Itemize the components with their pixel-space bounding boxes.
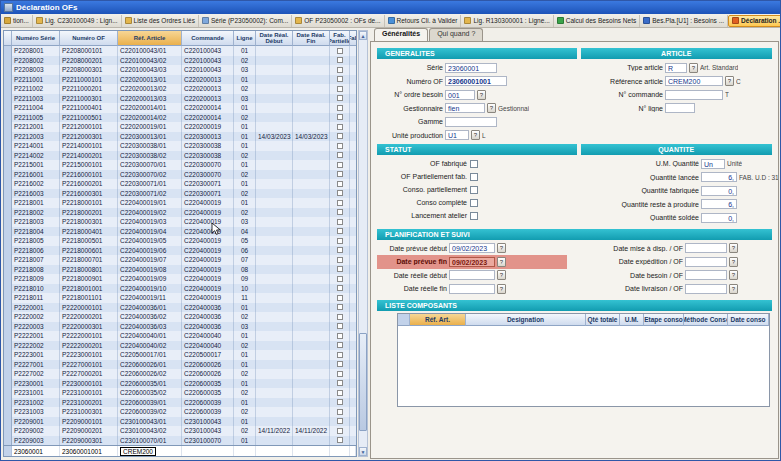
grid-row[interactable]: P2214001P2214000101C220300038/01C2203000…	[4, 141, 356, 151]
grid-row[interactable]: P2218002P2218000201C220400019/02C2204000…	[4, 208, 356, 218]
fab-partielle-checkbox[interactable]	[337, 143, 343, 149]
fab-partielle-checkbox[interactable]	[337, 285, 343, 291]
grid-row[interactable]: P2220001P2220000101C220400036/01C2204000…	[4, 303, 356, 313]
fab-partielle-checkbox[interactable]	[337, 48, 343, 54]
fab-partielle-checkbox[interactable]	[337, 190, 343, 196]
grid-col-header-fab-partielle[interactable]: Fab. Partielle	[330, 31, 350, 46]
grid-row[interactable]: P2211001P2211000101C220200013/01C2202000…	[4, 75, 356, 85]
help-button[interactable]: ?	[477, 90, 486, 100]
field-numero-of[interactable]: 23060001001	[445, 76, 507, 86]
grid-row[interactable]: P2220002P2220000201C220400036/02C2204000…	[4, 312, 356, 322]
fab-partielle-checkbox[interactable]	[337, 152, 343, 158]
grid-row[interactable]: P2211003P2211000301C220200013/03C2202000…	[4, 94, 356, 104]
row-selector[interactable]	[4, 65, 12, 75]
field-date-prevue-fin[interactable]: 09/02/2023	[449, 257, 495, 267]
grid-row[interactable]: P2220003P2220000301C220400036/03C2204000…	[4, 322, 356, 332]
grid-row[interactable]: P2218004P2218000401C220400019/04C2204000…	[4, 227, 356, 237]
row-selector[interactable]	[4, 322, 12, 332]
grid-row[interactable]: P2212003P2212000301C220300013/01C2203000…	[4, 132, 356, 142]
comp-col-header-etape-conso[interactable]: Etape conso	[644, 314, 684, 326]
row-selector[interactable]	[4, 284, 12, 294]
field-quantite-soldee[interactable]: 0,	[701, 213, 737, 223]
grid-col-header-date-real-debut[interactable]: Date Réal. Début	[256, 31, 293, 46]
fab-partielle-checkbox[interactable]	[337, 323, 343, 329]
field-serie[interactable]: 23060001	[445, 63, 497, 73]
help-button[interactable]: ?	[497, 257, 506, 267]
row-selector[interactable]	[4, 255, 12, 265]
help-button[interactable]: ?	[497, 270, 506, 280]
fab-partielle-checkbox[interactable]	[337, 67, 343, 73]
row-selector[interactable]	[4, 350, 12, 360]
fab-partielle-checkbox[interactable]	[337, 181, 343, 187]
fab-partielle-checkbox[interactable]	[337, 380, 343, 386]
grid-row[interactable]: P2215001P2215000101C220300070/01C2203000…	[4, 160, 356, 170]
row-selector[interactable]	[4, 46, 12, 56]
help-button[interactable]: ?	[729, 257, 738, 267]
row-selector[interactable]	[4, 189, 12, 199]
row-selector[interactable]	[4, 398, 12, 408]
grid-vertical-scrollbar[interactable]: ▲ ▼	[358, 30, 368, 457]
comp-col-header-designation[interactable]: Designation	[466, 314, 586, 326]
mdi-tab-bes-pla-u1-besoins[interactable]: Bes.Pla.[U1] : Besoins ...	[640, 15, 728, 27]
row-selector[interactable]	[4, 217, 12, 227]
grid-row[interactable]: P2211005P2211000501C220200014/02C2202000…	[4, 113, 356, 123]
help-button[interactable]: ?	[487, 103, 496, 113]
grid-col-header-date-real-fin[interactable]: Date Réal. Fin	[293, 31, 330, 46]
row-selector[interactable]	[4, 379, 12, 389]
grid-row[interactable]: P2218006P2218000601C220400019/06C2204000…	[4, 246, 356, 256]
grid-row[interactable]: P2218007P2218000701C220400019/07C2204000…	[4, 255, 356, 265]
checkbox-of-fabrique[interactable]	[470, 160, 478, 168]
row-selector[interactable]	[4, 198, 12, 208]
row-selector[interactable]	[4, 236, 12, 246]
current-ref-article-cell[interactable]: CREM200	[118, 446, 182, 456]
field-n-ordre-besoin[interactable]: 001	[445, 90, 475, 100]
field-gamme[interactable]	[445, 117, 497, 127]
grid-row[interactable]: P2222002P2222000201C220400040/02C2204000…	[4, 341, 356, 351]
grid-row[interactable]: P2218011P2218001101C220400019/11C2204000…	[4, 293, 356, 303]
row-selector[interactable]	[4, 75, 12, 85]
fab-partielle-checkbox[interactable]	[337, 342, 343, 348]
mdi-tab-lig-r130300001-ligne[interactable]: Lig. R130300001 : Ligne...	[461, 15, 553, 27]
fab-partielle-checkbox[interactable]	[337, 57, 343, 63]
row-selector[interactable]	[4, 141, 12, 151]
grid-col-header-numero-serie[interactable]: Numéro Série	[12, 31, 60, 46]
field-quantite-lancee[interactable]: 6,	[701, 172, 737, 182]
fab-partielle-checkbox[interactable]	[337, 257, 343, 263]
row-selector[interactable]	[4, 312, 12, 322]
tab-generalites[interactable]: Généralités	[374, 28, 428, 41]
mdi-tab-liste-des-ordres-lies[interactable]: Liste des Ordres Liés	[122, 15, 199, 27]
field-date-besoin-of[interactable]	[685, 270, 727, 280]
grid-row[interactable]: P2209003P2209000301C230100070/01C2301000…	[4, 436, 356, 446]
row-selector[interactable]	[4, 56, 12, 66]
fab-partielle-checkbox[interactable]	[337, 314, 343, 320]
fab-partielle-checkbox[interactable]	[337, 171, 343, 177]
field-u-m-quantite[interactable]: Un	[701, 159, 725, 169]
help-button[interactable]: ?	[729, 284, 738, 294]
grid-row[interactable]: P2211002P2211000201C220200013/02C2202000…	[4, 84, 356, 94]
help-button[interactable]: ?	[729, 243, 738, 253]
row-selector[interactable]	[4, 208, 12, 218]
comp-col-header-methode-conso[interactable]: Méthode Conso	[684, 314, 728, 326]
scroll-up-button[interactable]: ▲	[359, 31, 367, 40]
grid-row[interactable]: P2212001P2212000101C220200019/01C2202000…	[4, 122, 356, 132]
row-selector[interactable]	[4, 293, 12, 303]
fab-partielle-checkbox[interactable]	[337, 200, 343, 206]
grid-row[interactable]: P2222001P2222000101C220400040/01C2204000…	[4, 331, 356, 341]
row-selector[interactable]	[4, 94, 12, 104]
help-button[interactable]: ?	[729, 270, 738, 280]
grid-row[interactable]: P2218010P2218001001C220400019/10C2204000…	[4, 284, 356, 294]
field-type-article[interactable]: R	[665, 63, 687, 73]
mdi-tab-calcul-des-besoins-nets[interactable]: Calcul des Besoins Nets	[554, 15, 640, 27]
fab-partielle-checkbox[interactable]	[337, 76, 343, 82]
fab-partielle-checkbox[interactable]	[337, 390, 343, 396]
row-selector[interactable]	[4, 151, 12, 161]
comp-col-header-u-m[interactable]: U.M.	[620, 314, 644, 326]
grid-row[interactable]: P2214002P2214000201C220300038/02C2203000…	[4, 151, 356, 161]
comp-col-header-qte-totale[interactable]: Qté totale	[586, 314, 620, 326]
row-selector[interactable]	[4, 246, 12, 256]
fab-partielle-checkbox[interactable]	[337, 361, 343, 367]
grid-row[interactable]: P2227002P2227000201C220600026/02C2206000…	[4, 369, 356, 379]
grid-row[interactable]: P2218001P2218000101C220400019/01C2204000…	[4, 198, 356, 208]
grid-current-row[interactable]: 23060001 23060001001 CREM200	[4, 445, 356, 456]
grid-col-header-numero-of[interactable]: Numéro OF	[60, 31, 118, 46]
